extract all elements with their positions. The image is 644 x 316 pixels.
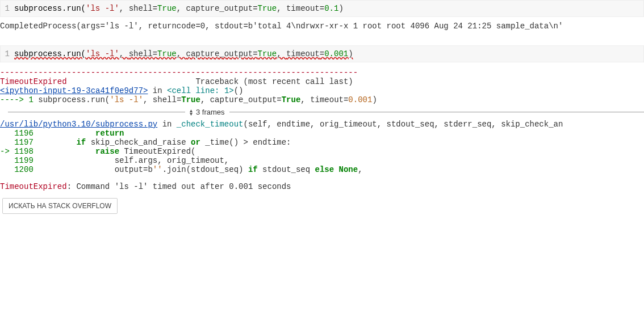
line-number: 1 bbox=[1, 4, 14, 13]
tb-source-line: 1199 self.args, orig_timeout, bbox=[0, 156, 644, 165]
code-cell-1[interactable]: 1 subprocess.run('ls -l', shell=True, ca… bbox=[0, 0, 644, 17]
tb-source-line-current: -> 1198 raise TimeoutExpired( bbox=[0, 147, 644, 156]
tb-source-line: 1196 return bbox=[0, 129, 644, 138]
code-line-error: subprocess.run('ls -l', shell=True, capt… bbox=[14, 49, 353, 58]
output-cell-1: CompletedProcess(args='ls -l', returncod… bbox=[0, 17, 644, 35]
tb-header: TimeoutExpired Traceback (most recent ca… bbox=[0, 77, 644, 86]
tb-call-line: ----> 1 subprocess.run('ls -l', shell=Tr… bbox=[0, 95, 644, 104]
ipython-input-link[interactable]: <ipython-input-19-3ca41f0e9d77> bbox=[0, 86, 148, 95]
tb-source-line: 1197 if skip_check_and_raise or _time() … bbox=[0, 138, 644, 147]
code-line: subprocess.run('ls -l', shell=True, capt… bbox=[14, 4, 344, 13]
tb-final-message: TimeoutExpired: Command 'ls -l' timed ou… bbox=[0, 182, 644, 191]
expand-icon: ▴▾ bbox=[190, 109, 193, 116]
tb-file-location: /usr/lib/python3.10/subprocess.py in _ch… bbox=[0, 120, 644, 129]
line-number: 1 bbox=[1, 49, 14, 58]
tb-location: <ipython-input-19-3ca41f0e9d77> in <cell… bbox=[0, 86, 644, 95]
traceback-block: ----------------------------------------… bbox=[0, 68, 644, 191]
frames-count-label: 3 frames bbox=[196, 108, 225, 116]
search-stackoverflow-button[interactable]: ИСКАТЬ НА STACK OVERFLOW bbox=[2, 198, 118, 214]
tb-separator: ----------------------------------------… bbox=[0, 68, 644, 77]
code-cell-2[interactable]: 1 subprocess.run('ls -l', shell=True, ca… bbox=[0, 45, 644, 62]
tb-source-line: 1200 output=b''.join(stdout_seq) if stdo… bbox=[0, 165, 644, 174]
frames-collapse-bar[interactable]: ▴▾ 3 frames bbox=[8, 108, 644, 116]
source-file-link[interactable]: /usr/lib/python3.10/subprocess.py bbox=[0, 120, 157, 129]
